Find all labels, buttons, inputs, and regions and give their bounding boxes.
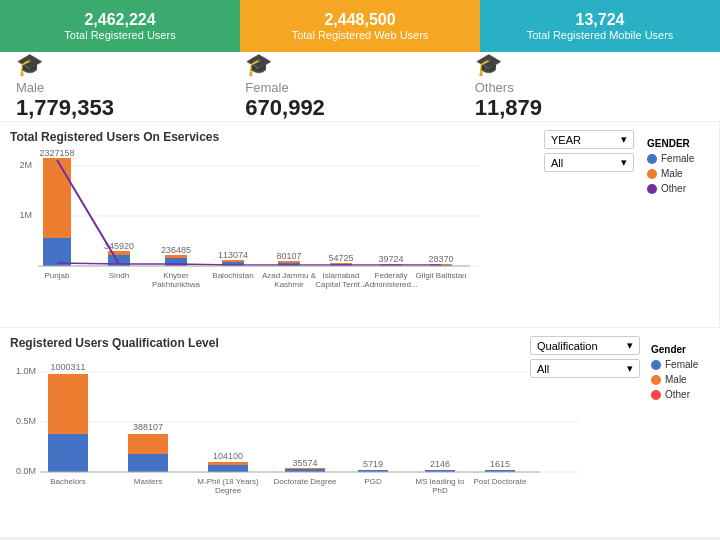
total-users-label: Total Registered Users (64, 29, 175, 41)
svg-text:2M: 2M (19, 160, 32, 170)
svg-text:Kashmir: Kashmir (274, 280, 304, 289)
svg-text:Degree: Degree (215, 486, 242, 495)
svg-text:1000311: 1000311 (50, 362, 85, 372)
bar-punjab-female (43, 238, 71, 266)
top-charts-row: Total Registered Users On Eservices YEAR… (0, 122, 720, 327)
svg-text:Masters: Masters (134, 477, 162, 486)
mobile-users-value: 13,724 (576, 11, 625, 29)
total-users-value: 2,462,224 (84, 11, 155, 29)
bar-mas-female (128, 454, 168, 472)
legend-male: Male (647, 168, 713, 179)
svg-text:Capital Territ...: Capital Territ... (315, 280, 366, 289)
chevron-down-icon-2: ▾ (621, 156, 627, 169)
gender-row: 🎓 Male 1,779,353 🎓 Female 670,992 🎓 Othe… (0, 52, 720, 122)
q-female-label: Female (665, 359, 698, 370)
chevron-down-icon-4: ▾ (627, 362, 633, 375)
top-stats-bar: 2,462,224 Total Registered Users 2,448,5… (0, 0, 720, 52)
svg-text:0.5M: 0.5M (16, 416, 36, 426)
svg-text:1M: 1M (19, 210, 32, 220)
female-legend-label: Female (661, 153, 694, 164)
bar-mph-female (208, 465, 248, 472)
svg-text:2327158: 2327158 (39, 148, 74, 158)
svg-text:Doctorate Degree: Doctorate Degree (273, 477, 337, 486)
qual-legend-male: Male (651, 374, 714, 385)
svg-text:1.0M: 1.0M (16, 366, 36, 376)
qual-legend-other: Other (651, 389, 714, 400)
svg-text:80107: 80107 (276, 251, 301, 261)
svg-text:5719: 5719 (363, 459, 383, 469)
svg-text:0.0M: 0.0M (16, 466, 36, 476)
svg-text:Pakhtunkhwa: Pakhtunkhwa (152, 280, 201, 289)
others-label: Others (475, 80, 704, 95)
svg-text:2146: 2146 (430, 459, 450, 469)
others-icon: 🎓 (475, 52, 704, 78)
svg-text:MS leading to: MS leading to (416, 477, 465, 486)
female-value: 670,992 (245, 95, 474, 121)
legend-female: Female (647, 153, 713, 164)
svg-text:Post Doctorate: Post Doctorate (474, 477, 527, 486)
qual-label: Qualification (537, 340, 598, 352)
svg-text:Islamabad: Islamabad (323, 271, 360, 280)
others-value: 11,879 (475, 95, 704, 121)
qual-svg: 1.0M 0.5M 0.0M 1000311 388107 104100 355… (10, 354, 630, 529)
legend-other: Other (647, 183, 713, 194)
svg-text:35574: 35574 (292, 458, 317, 468)
bar-bach-male (48, 374, 88, 434)
other-legend-label: Other (661, 183, 686, 194)
chevron-down-icon-3: ▾ (627, 339, 633, 352)
male-dot (647, 169, 657, 179)
svg-text:236485: 236485 (161, 245, 191, 255)
svg-text:Administered...: Administered... (364, 280, 417, 289)
bottom-charts-row: Registered Users Qualification Level Qua… (0, 327, 720, 537)
total-users-stat: 2,462,224 Total Registered Users (0, 0, 240, 52)
eservices-legend-title: GENDER (647, 138, 713, 149)
q-female-dot (651, 360, 661, 370)
svg-text:113074: 113074 (218, 250, 248, 260)
svg-text:54725: 54725 (328, 253, 353, 263)
qual-legend-title: Gender (651, 344, 714, 355)
male-label: Male (16, 80, 245, 95)
year-value: All (551, 157, 563, 169)
svg-text:1615: 1615 (490, 459, 510, 469)
svg-text:39724: 39724 (378, 254, 403, 264)
svg-text:M-Phil (18 Years): M-Phil (18 Years) (197, 477, 259, 486)
svg-text:28370: 28370 (428, 254, 453, 264)
qual-value-dropdown[interactable]: All ▾ (530, 359, 640, 378)
svg-text:Balochistan: Balochistan (212, 271, 253, 280)
svg-text:Punjab: Punjab (45, 271, 70, 280)
svg-text:Gilgit Baltistan: Gilgit Baltistan (415, 271, 466, 280)
bar-mas-male (128, 434, 168, 454)
svg-text:Khyber: Khyber (163, 271, 189, 280)
svg-text:Sindh: Sindh (109, 271, 129, 280)
year-value-dropdown[interactable]: All ▾ (544, 153, 634, 172)
others-stat: 🎓 Others 11,879 (475, 52, 704, 121)
year-dropdown[interactable]: YEAR ▾ (544, 130, 634, 149)
other-dot (647, 184, 657, 194)
svg-text:Bachelors: Bachelors (50, 477, 86, 486)
year-label: YEAR (551, 134, 581, 146)
eservices-svg: 2M 1M 2327158 345920 236485 (10, 148, 565, 313)
svg-text:PhD: PhD (432, 486, 448, 495)
male-value: 1,779,353 (16, 95, 245, 121)
web-users-value: 2,448,500 (324, 11, 395, 29)
bar-bach-female (48, 434, 88, 472)
q-male-dot (651, 375, 661, 385)
female-dot (647, 154, 657, 164)
male-icon: 🎓 (16, 52, 245, 78)
chevron-down-icon: ▾ (621, 133, 627, 146)
male-stat: 🎓 Male 1,779,353 (16, 52, 245, 121)
svg-text:Azad Jammu &: Azad Jammu & (262, 271, 317, 280)
female-icon: 🎓 (245, 52, 474, 78)
qual-chart-section: Registered Users Qualification Level Qua… (0, 328, 720, 537)
qual-dropdown[interactable]: Qualification ▾ (530, 336, 640, 355)
mobile-users-label: Total Registered Mobile Users (527, 29, 674, 41)
svg-text:Federally: Federally (375, 271, 408, 280)
male-legend-label: Male (661, 168, 683, 179)
svg-text:388107: 388107 (133, 422, 163, 432)
mobile-users-stat: 13,724 Total Registered Mobile Users (480, 0, 720, 52)
qual-legend-female: Female (651, 359, 714, 370)
q-male-label: Male (665, 374, 687, 385)
svg-text:PGD: PGD (364, 477, 382, 486)
web-users-stat: 2,448,500 Total Registered Web Users (240, 0, 480, 52)
svg-text:104100: 104100 (213, 451, 243, 461)
